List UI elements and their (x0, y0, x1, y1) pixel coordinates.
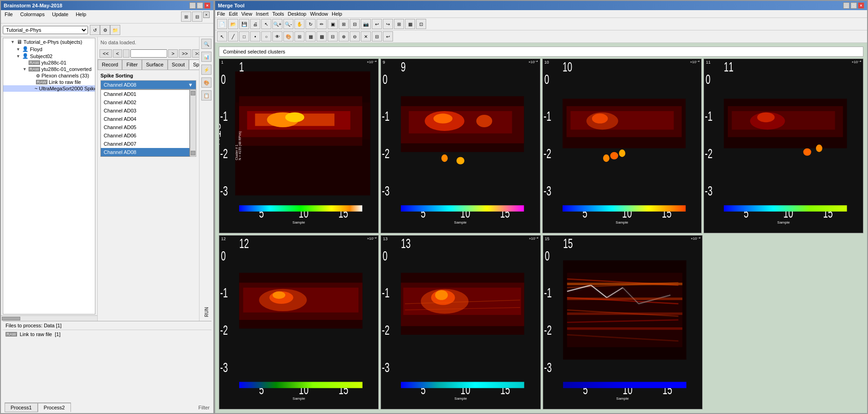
nav-input[interactable] (130, 49, 167, 58)
tool-zoom-in[interactable]: 🔍+ (272, 19, 282, 29)
merge-menu-edit[interactable]: Edit (229, 11, 238, 17)
tool-cursor[interactable]: ↖ (261, 19, 271, 29)
menu-file[interactable]: File (3, 11, 15, 22)
tool-zoom-100[interactable]: ⊖ (350, 31, 360, 41)
channel-ad08[interactable]: Channel AD08 (101, 148, 189, 156)
tool-pan[interactable]: ✋ (294, 19, 305, 29)
tool-snap[interactable]: ⊡ (416, 19, 426, 29)
minimize-button[interactable]: _ (189, 2, 196, 9)
merge-menu-tools[interactable]: Tools (272, 11, 284, 17)
merge-menu-file[interactable]: File (217, 11, 225, 17)
layout-btn[interactable]: ⊞ (181, 12, 191, 22)
nav-prev[interactable]: < (113, 49, 122, 58)
tool-dot[interactable]: • (250, 31, 260, 41)
tree-item-ytu288c01-converted[interactable]: ▼ RAW ytu288c-01_converted (3, 66, 95, 72)
tool-line[interactable]: ╱ (228, 31, 238, 41)
tab-surface[interactable]: Surface (142, 59, 168, 70)
maximize-button[interactable]: □ (197, 2, 203, 9)
tool-g3[interactable]: ⊟ (328, 31, 338, 41)
tree-item-tutorial[interactable]: ▼ 🖥 Tutorial_e-Phys (subjects) (3, 38, 95, 46)
tool-new[interactable]: 📄 (217, 19, 227, 29)
tool-print[interactable]: 🖨 (250, 19, 260, 29)
merge-menu-window[interactable]: Window (310, 11, 328, 17)
subject-folder-btn[interactable]: 📁 (110, 25, 120, 35)
merge-menu-view[interactable]: View (241, 11, 252, 17)
tree-item-subject02[interactable]: ▼ 👤 Subject02 (3, 53, 95, 59)
menu-colormaps[interactable]: Colormaps (18, 11, 47, 22)
tool-arrow[interactable]: ↖ (217, 31, 227, 41)
channel-list-scrollbar[interactable] (190, 89, 196, 157)
nav-forward[interactable]: > (168, 49, 177, 58)
icon-btn-4[interactable]: 🎨 (201, 77, 211, 88)
merge-maximize-btn[interactable]: □ (850, 2, 857, 9)
tool-cam[interactable]: 📷 (361, 19, 371, 29)
icon-btn-5[interactable]: 📋 (201, 90, 211, 101)
tool-rect[interactable]: □ (239, 31, 249, 41)
subject-select[interactable]: Tutorial_e-Phys (3, 26, 88, 34)
tool-undo[interactable]: ↩ (372, 19, 382, 29)
tool-brush[interactable]: ✏ (317, 19, 327, 29)
icon-btn-3[interactable]: ⚡ (201, 65, 211, 75)
tool-select[interactable]: ▣ (328, 19, 338, 29)
tool-redo[interactable]: ↪ (383, 19, 393, 29)
tree-item-plexon[interactable]: ▶ ⚙ Plexon channels (33) (3, 72, 95, 79)
channel-ad07[interactable]: Channel AD07 (101, 140, 189, 148)
tab-scout[interactable]: Scout (168, 59, 189, 70)
tree-item-ultramegas[interactable]: ▶ ~ UltraMegaSort2000 Spike... (3, 85, 95, 92)
channel-ad04[interactable]: Channel AD04 (101, 115, 189, 123)
tool-zoom-fit[interactable]: ⊕ (339, 31, 349, 41)
menu-update[interactable]: Update (50, 11, 70, 22)
icon-btn-1[interactable]: 🔍 (201, 39, 211, 49)
channel-selected[interactable]: Channel AD08 ▼ (100, 80, 196, 89)
merge-close-btn[interactable]: × (858, 2, 864, 9)
tool-edit[interactable]: ⊞ (339, 19, 349, 29)
tool-circle[interactable]: ○ (261, 31, 271, 41)
channel-ad05[interactable]: Channel AD05 (101, 123, 189, 131)
tool-copy[interactable]: ⊟ (350, 19, 360, 29)
subject-config-btn[interactable]: ⚙ (100, 25, 110, 35)
tool-open[interactable]: 📂 (228, 19, 238, 29)
tool-save[interactable]: 💾 (239, 19, 249, 29)
tool-grid[interactable]: ⊞ (394, 19, 404, 29)
tree-item-ytu288c01[interactable]: ▶ RAW ytu288c-01 (3, 59, 95, 66)
menu-help[interactable]: Help (74, 11, 88, 22)
tab-record[interactable]: Record (98, 59, 122, 70)
tab-filter[interactable]: Filter (122, 59, 141, 70)
channel-ad06[interactable]: Channel AD06 (101, 131, 189, 140)
tool-zoom-out[interactable]: 🔍- (283, 19, 293, 29)
channel-ad03[interactable]: Channel AD03 (101, 106, 189, 115)
tool-back[interactable]: ⊟ (372, 31, 382, 41)
merge-minimize-btn[interactable]: _ (843, 2, 850, 9)
panel-close-btn[interactable]: × (203, 12, 210, 18)
nav-next[interactable]: >> (179, 49, 191, 58)
tool-fwd[interactable]: ↩ (383, 31, 393, 41)
merge-menu-desktop[interactable]: Desktop (288, 11, 306, 17)
plot1-number: 1 (221, 60, 223, 65)
tab-spikes[interactable]: Spikes (189, 59, 199, 70)
process-tab-1[interactable]: Process1 (5, 403, 38, 412)
tree-item-floyd[interactable]: ▼ 👤 Floyd (3, 46, 95, 53)
tree-item-link-raw[interactable]: ▶ RAW Link to raw file (3, 79, 95, 85)
icon-btn-2[interactable]: 📊 (201, 52, 211, 62)
tool-stop[interactable]: ✕ (361, 31, 371, 41)
channel-ad02[interactable]: Channel AD02 (101, 98, 189, 106)
tool-rotate[interactable]: ↻ (305, 19, 316, 29)
tool-eye[interactable]: 👁 (272, 31, 282, 41)
nav-back[interactable] (123, 49, 129, 58)
tool-g2[interactable]: ▩ (317, 31, 327, 41)
tool-layers[interactable]: ▦ (405, 19, 415, 29)
tool-color[interactable]: 🎨 (283, 31, 293, 41)
subject-refresh-btn[interactable]: ↺ (90, 25, 100, 35)
process-tab-2[interactable]: Process2 (38, 403, 71, 412)
grid-btn[interactable]: ⊟ (192, 12, 202, 22)
tree-scrollbar-h[interactable] (1, 315, 97, 321)
merge-menu-help[interactable]: Help (332, 11, 342, 17)
scrollbar-thumb[interactable] (2, 317, 20, 320)
nav-first[interactable]: << (100, 49, 112, 58)
nav-last[interactable]: >>> (192, 49, 199, 58)
channel-ad01[interactable]: Channel AD01 (101, 90, 189, 98)
tool-g1[interactable]: ▦ (305, 31, 316, 41)
tool-grid2[interactable]: ⊞ (294, 31, 305, 41)
close-button[interactable]: × (204, 2, 211, 9)
merge-menu-insert[interactable]: Insert (256, 11, 269, 17)
